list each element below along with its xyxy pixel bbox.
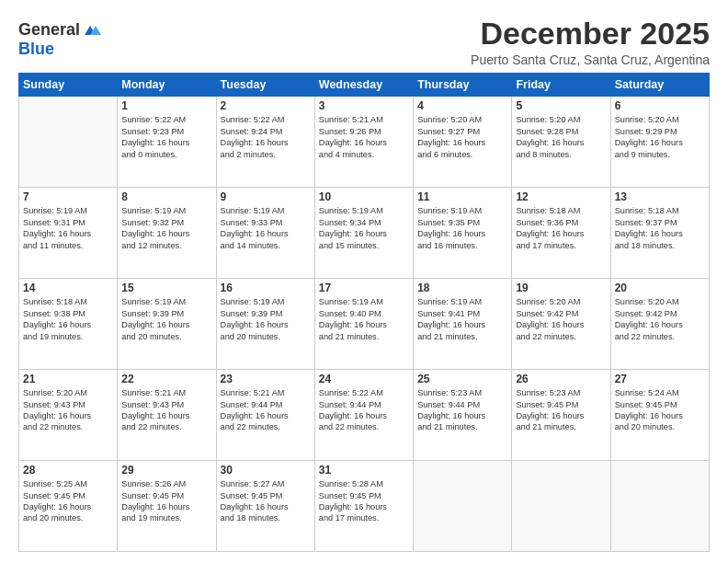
calendar-cell: 5Sunrise: 5:20 AM Sunset: 9:28 PM Daylig… <box>512 97 610 188</box>
cell-content: Sunrise: 5:28 AM Sunset: 9:45 PM Dayligh… <box>319 478 409 524</box>
cell-content: Sunrise: 5:19 AM Sunset: 9:31 PM Dayligh… <box>23 205 113 251</box>
day-number: 26 <box>516 373 606 385</box>
week-row-1: 1Sunrise: 5:22 AM Sunset: 9:23 PM Daylig… <box>19 97 710 188</box>
calendar-cell: 26Sunrise: 5:23 AM Sunset: 9:45 PM Dayli… <box>512 370 610 461</box>
calendar-cell: 4Sunrise: 5:20 AM Sunset: 9:27 PM Daylig… <box>414 97 512 188</box>
calendar-table: SundayMondayTuesdayWednesdayThursdayFrid… <box>18 73 710 552</box>
logo-text-blue: Blue <box>18 40 101 59</box>
title-block: December 2025 Puerto Santa Cruz, Santa C… <box>471 17 710 67</box>
cell-content: Sunrise: 5:22 AM Sunset: 9:24 PM Dayligh… <box>221 114 311 160</box>
day-number: 12 <box>516 190 606 203</box>
calendar-cell: 1Sunrise: 5:22 AM Sunset: 9:23 PM Daylig… <box>118 97 216 188</box>
calendar-cell: 17Sunrise: 5:19 AM Sunset: 9:40 PM Dayli… <box>314 279 413 370</box>
calendar-cell: 19Sunrise: 5:20 AM Sunset: 9:42 PM Dayli… <box>512 279 610 370</box>
cell-content: Sunrise: 5:18 AM Sunset: 9:36 PM Dayligh… <box>516 205 606 251</box>
cell-content: Sunrise: 5:21 AM Sunset: 9:43 PM Dayligh… <box>121 387 211 433</box>
subtitle: Puerto Santa Cruz, Santa Cruz, Argentina <box>471 52 710 67</box>
header-day-sunday: Sunday <box>19 74 118 97</box>
logo: General Blue <box>18 20 101 59</box>
cell-content: Sunrise: 5:18 AM Sunset: 9:38 PM Dayligh… <box>23 296 113 342</box>
day-number: 10 <box>319 190 409 203</box>
cell-content: Sunrise: 5:19 AM Sunset: 9:40 PM Dayligh… <box>319 296 409 342</box>
calendar-cell: 14Sunrise: 5:18 AM Sunset: 9:38 PM Dayli… <box>19 279 118 370</box>
header-day-saturday: Saturday <box>610 74 709 97</box>
cell-content: Sunrise: 5:20 AM Sunset: 9:42 PM Dayligh… <box>516 296 606 342</box>
calendar-cell: 2Sunrise: 5:22 AM Sunset: 9:24 PM Daylig… <box>216 97 314 188</box>
day-number: 13 <box>615 190 705 203</box>
day-number: 5 <box>516 99 606 112</box>
header-day-monday: Monday <box>118 74 216 97</box>
day-number: 1 <box>121 99 211 112</box>
calendar-cell: 13Sunrise: 5:18 AM Sunset: 9:37 PM Dayli… <box>610 188 709 279</box>
week-row-2: 7Sunrise: 5:19 AM Sunset: 9:31 PM Daylig… <box>19 188 710 279</box>
calendar-cell: 10Sunrise: 5:19 AM Sunset: 9:34 PM Dayli… <box>314 188 413 279</box>
calendar-cell: 7Sunrise: 5:19 AM Sunset: 9:31 PM Daylig… <box>19 188 118 279</box>
header-day-thursday: Thursday <box>414 74 512 97</box>
logo-text-general: General <box>18 21 80 40</box>
cell-content: Sunrise: 5:20 AM Sunset: 9:29 PM Dayligh… <box>615 114 705 160</box>
calendar-cell: 24Sunrise: 5:22 AM Sunset: 9:44 PM Dayli… <box>314 370 413 461</box>
day-number: 30 <box>221 464 311 477</box>
day-number: 23 <box>221 373 311 385</box>
cell-content: Sunrise: 5:20 AM Sunset: 9:28 PM Dayligh… <box>516 114 606 160</box>
calendar-cell: 28Sunrise: 5:25 AM Sunset: 9:45 PM Dayli… <box>19 461 118 552</box>
calendar-cell: 6Sunrise: 5:20 AM Sunset: 9:29 PM Daylig… <box>610 97 709 188</box>
day-number: 22 <box>121 373 211 385</box>
day-number: 31 <box>319 464 409 477</box>
day-number: 21 <box>23 373 113 385</box>
cell-content: Sunrise: 5:19 AM Sunset: 9:41 PM Dayligh… <box>417 296 507 342</box>
calendar-cell: 18Sunrise: 5:19 AM Sunset: 9:41 PM Dayli… <box>414 279 512 370</box>
cell-content: Sunrise: 5:27 AM Sunset: 9:45 PM Dayligh… <box>221 478 311 524</box>
day-number: 29 <box>121 464 211 477</box>
cell-content: Sunrise: 5:20 AM Sunset: 9:42 PM Dayligh… <box>615 296 705 342</box>
header: General Blue December 2025 Puerto Santa … <box>18 17 710 67</box>
calendar-cell: 8Sunrise: 5:19 AM Sunset: 9:32 PM Daylig… <box>118 188 216 279</box>
day-number: 19 <box>516 282 606 294</box>
calendar-cell: 23Sunrise: 5:21 AM Sunset: 9:44 PM Dayli… <box>216 370 314 461</box>
calendar-cell: 20Sunrise: 5:20 AM Sunset: 9:42 PM Dayli… <box>610 279 709 370</box>
calendar-cell: 15Sunrise: 5:19 AM Sunset: 9:39 PM Dayli… <box>118 279 216 370</box>
calendar-cell: 16Sunrise: 5:19 AM Sunset: 9:39 PM Dayli… <box>216 279 314 370</box>
cell-content: Sunrise: 5:19 AM Sunset: 9:34 PM Dayligh… <box>319 205 409 251</box>
cell-content: Sunrise: 5:19 AM Sunset: 9:32 PM Dayligh… <box>121 205 211 251</box>
cell-content: Sunrise: 5:18 AM Sunset: 9:37 PM Dayligh… <box>615 205 705 251</box>
day-number: 17 <box>319 282 409 294</box>
day-number: 14 <box>23 282 113 294</box>
cell-content: Sunrise: 5:23 AM Sunset: 9:44 PM Dayligh… <box>417 387 507 433</box>
day-number: 2 <box>221 99 311 112</box>
cell-content: Sunrise: 5:22 AM Sunset: 9:44 PM Dayligh… <box>319 387 409 433</box>
day-number: 16 <box>221 282 311 294</box>
day-number: 6 <box>615 99 705 112</box>
day-number: 24 <box>319 373 409 385</box>
month-title: December 2025 <box>471 17 710 51</box>
cell-content: Sunrise: 5:21 AM Sunset: 9:26 PM Dayligh… <box>319 114 409 160</box>
calendar-cell <box>414 461 512 552</box>
page: General Blue December 2025 Puerto Santa … <box>0 0 728 563</box>
calendar-cell: 31Sunrise: 5:28 AM Sunset: 9:45 PM Dayli… <box>314 461 413 552</box>
cell-content: Sunrise: 5:19 AM Sunset: 9:39 PM Dayligh… <box>221 296 311 342</box>
calendar-cell: 21Sunrise: 5:20 AM Sunset: 9:43 PM Dayli… <box>19 370 118 461</box>
day-number: 25 <box>417 373 507 385</box>
cell-content: Sunrise: 5:19 AM Sunset: 9:35 PM Dayligh… <box>417 205 507 251</box>
logo-icon <box>81 20 101 40</box>
calendar-cell <box>610 461 709 552</box>
day-number: 11 <box>417 190 507 203</box>
day-number: 27 <box>615 373 705 385</box>
week-row-4: 21Sunrise: 5:20 AM Sunset: 9:43 PM Dayli… <box>19 370 710 461</box>
cell-content: Sunrise: 5:21 AM Sunset: 9:44 PM Dayligh… <box>221 387 311 433</box>
day-number: 15 <box>121 282 211 294</box>
day-number: 4 <box>417 99 507 112</box>
day-number: 3 <box>319 99 409 112</box>
header-day-wednesday: Wednesday <box>314 74 413 97</box>
cell-content: Sunrise: 5:23 AM Sunset: 9:45 PM Dayligh… <box>516 387 606 433</box>
calendar-cell <box>512 461 610 552</box>
calendar-cell: 11Sunrise: 5:19 AM Sunset: 9:35 PM Dayli… <box>414 188 512 279</box>
header-day-tuesday: Tuesday <box>216 74 314 97</box>
calendar-cell: 3Sunrise: 5:21 AM Sunset: 9:26 PM Daylig… <box>314 97 413 188</box>
calendar-cell: 12Sunrise: 5:18 AM Sunset: 9:36 PM Dayli… <box>512 188 610 279</box>
cell-content: Sunrise: 5:19 AM Sunset: 9:39 PM Dayligh… <box>121 296 211 342</box>
cell-content: Sunrise: 5:24 AM Sunset: 9:45 PM Dayligh… <box>615 387 705 433</box>
cell-content: Sunrise: 5:22 AM Sunset: 9:23 PM Dayligh… <box>121 114 211 160</box>
header-row: SundayMondayTuesdayWednesdayThursdayFrid… <box>19 74 710 97</box>
calendar-cell: 22Sunrise: 5:21 AM Sunset: 9:43 PM Dayli… <box>118 370 216 461</box>
